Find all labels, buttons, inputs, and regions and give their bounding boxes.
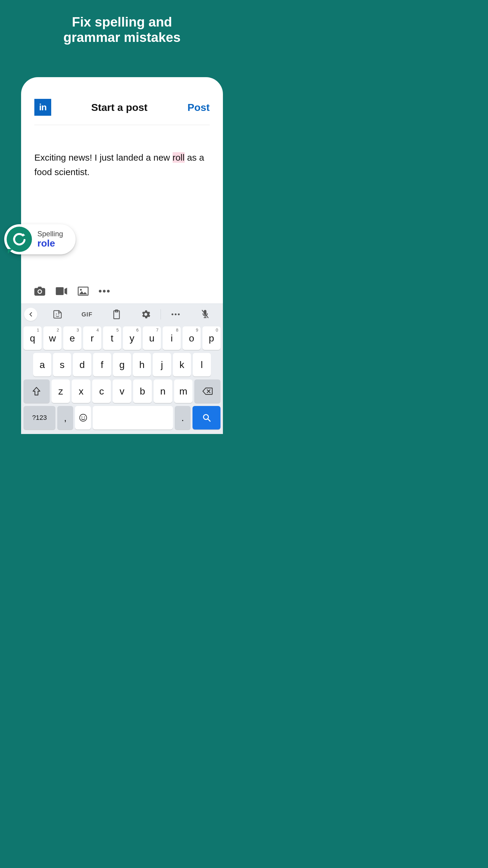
sticker-icon[interactable] <box>43 310 72 319</box>
post-title: Start a post <box>91 101 148 113</box>
search-key[interactable] <box>193 406 221 430</box>
svg-point-10 <box>79 414 87 421</box>
suggestion-text: Spelling role <box>37 230 63 249</box>
key-f[interactable]: f <box>93 353 111 376</box>
key-s[interactable]: s <box>53 353 71 376</box>
suggestion-label: Spelling <box>37 230 63 238</box>
post-button[interactable]: Post <box>187 101 210 113</box>
key-j[interactable]: j <box>153 353 171 376</box>
key-b[interactable]: b <box>133 379 152 403</box>
backspace-key[interactable] <box>194 379 221 403</box>
headline-line1: Fix spelling and <box>72 14 172 29</box>
key-c[interactable]: c <box>92 379 111 403</box>
video-icon[interactable] <box>56 287 67 295</box>
key-y[interactable]: y6 <box>123 327 141 350</box>
keyboard-toolbar: GIF <box>21 304 223 325</box>
grammarly-icon <box>7 227 32 252</box>
post-header: in Start a post Post <box>34 99 210 125</box>
space-key[interactable] <box>93 406 173 430</box>
post-text-before: Exciting news! I just landed a new <box>34 153 173 162</box>
svg-point-6 <box>172 313 173 315</box>
keyboard-row-1: q1w2e3r4t5y6u7i8o9p0 <box>21 325 223 351</box>
phone-frame: in Start a post Post Exciting news! I ju… <box>21 77 223 434</box>
svg-point-2 <box>103 290 106 293</box>
emoji-key[interactable] <box>75 406 91 430</box>
keyboard-row-2: asdfghjkl <box>21 351 223 378</box>
svg-point-0 <box>80 289 82 291</box>
more-icon[interactable] <box>161 313 190 315</box>
svg-point-7 <box>175 313 176 315</box>
svg-point-1 <box>99 290 101 293</box>
key-o[interactable]: o9 <box>183 327 201 350</box>
app-content: in Start a post Post Exciting news! I ju… <box>21 77 223 304</box>
image-icon[interactable] <box>78 287 89 296</box>
compose-actions-bar <box>34 287 210 304</box>
key-u[interactable]: u7 <box>143 327 161 350</box>
svg-point-3 <box>107 290 110 293</box>
svg-point-8 <box>178 313 180 315</box>
post-text-area[interactable]: Exciting news! I just landed a new roll … <box>34 125 210 179</box>
key-v[interactable]: v <box>113 379 131 403</box>
svg-line-14 <box>208 419 210 421</box>
linkedin-icon: in <box>34 99 51 116</box>
grammarly-suggestion-chip[interactable]: Spelling role <box>4 224 76 254</box>
gear-icon[interactable] <box>131 310 161 319</box>
key-m[interactable]: m <box>174 379 193 403</box>
key-q[interactable]: q1 <box>24 327 41 350</box>
key-i[interactable]: i8 <box>163 327 181 350</box>
symbols-key[interactable]: ?123 <box>24 406 56 430</box>
key-e[interactable]: e3 <box>63 327 82 350</box>
headline: Fix spelling and grammar mistakes <box>0 0 244 45</box>
key-n[interactable]: n <box>154 379 172 403</box>
keyboard: GIF q1w2e3r4t5y6u7i8o9p0 asdfghjkl zxcvb… <box>21 304 223 434</box>
more-icon[interactable] <box>99 290 110 293</box>
key-z[interactable]: z <box>52 379 70 403</box>
period-key[interactable]: . <box>175 406 191 430</box>
clipboard-icon[interactable] <box>102 310 131 319</box>
key-l[interactable]: l <box>193 353 211 376</box>
headline-line2: grammar mistakes <box>64 30 181 44</box>
key-t[interactable]: t5 <box>103 327 121 350</box>
comma-key[interactable]: , <box>57 406 73 430</box>
key-r[interactable]: r4 <box>83 327 101 350</box>
mic-off-icon[interactable] <box>190 310 220 319</box>
key-d[interactable]: d <box>73 353 91 376</box>
gif-button[interactable]: GIF <box>72 311 102 318</box>
svg-point-4 <box>56 313 57 314</box>
key-g[interactable]: g <box>113 353 131 376</box>
key-a[interactable]: a <box>33 353 51 376</box>
camera-icon[interactable] <box>34 287 45 296</box>
keyboard-row-3: zxcvbnm <box>21 378 223 404</box>
keyboard-back-button[interactable] <box>24 308 37 321</box>
shift-key[interactable] <box>24 379 50 403</box>
keyboard-row-4: ?123 , . <box>21 404 223 431</box>
highlighted-word[interactable]: roll <box>173 152 185 163</box>
key-x[interactable]: x <box>72 379 90 403</box>
key-k[interactable]: k <box>173 353 191 376</box>
svg-point-11 <box>82 416 82 417</box>
key-h[interactable]: h <box>133 353 151 376</box>
key-w[interactable]: w2 <box>43 327 61 350</box>
svg-point-12 <box>84 416 85 417</box>
key-p[interactable]: p0 <box>202 327 221 350</box>
linkedin-icon-text: in <box>39 102 47 113</box>
svg-point-5 <box>58 313 59 314</box>
suggestion-word: role <box>37 238 63 249</box>
